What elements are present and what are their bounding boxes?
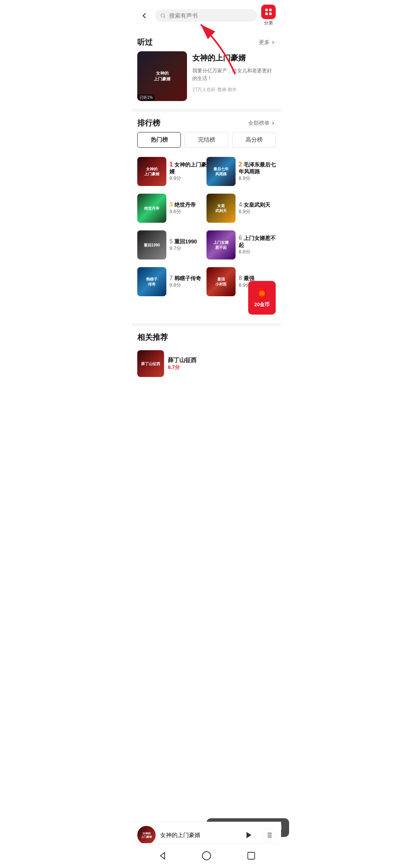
category-button[interactable]: 分类 (261, 5, 276, 26)
divider-2 (132, 323, 281, 326)
related-title: 相关推荐 (137, 332, 276, 343)
search-input[interactable] (169, 12, 252, 19)
category-icon (261, 5, 276, 19)
tab-highscore[interactable]: 高分榜 (232, 132, 276, 148)
listened-book-title: 女神的上门豪婿 (192, 53, 276, 63)
category-label: 分类 (264, 20, 273, 26)
ranking-tabs: 热门榜 完结榜 高分榜 (132, 132, 281, 153)
top-bar: 分类 (132, 0, 281, 31)
rank-cover-7: 韩瞎子传奇 (137, 267, 166, 296)
rank-info-2: 2毛泽东最后七年风雨路 8.9分 (239, 161, 276, 182)
rank-cover-3: 绝世丹帝 (137, 194, 166, 223)
rank-info-5: 5重回1990 9.7分 (169, 238, 206, 252)
svg-line-1 (164, 16, 165, 18)
ranking-item-4[interactable]: 女皇武则天 4女皇武则天 8.9分 (206, 190, 276, 227)
ranking-more-link[interactable]: 全部榜单 (248, 120, 276, 127)
tab-hot[interactable]: 热门榜 (137, 132, 181, 148)
rank-info-6: 6上门女婿惹不起 8.8分 (239, 235, 276, 255)
tab-finished[interactable]: 完结榜 (185, 132, 228, 148)
listened-book-info: 女神的上门豪婿 我要分亿万家产，给女儿和老婆更好的生活！ 27万人在听·赘婿·都… (192, 51, 276, 101)
svg-rect-5 (269, 13, 272, 15)
related-cover-1: 薛丁山征西 (137, 350, 164, 377)
rank-info-7: 7韩瞎子传奇 9.6分 (169, 275, 206, 289)
rank-cover-1: 女神的上门豪婿 (137, 157, 166, 186)
ranking-grid: 女神的上门豪婿 1女神的上门豪婿 9.9分 最后七年风雨路 2毛泽东最后七年风雨… (132, 153, 281, 300)
red-envelope[interactable]: 🧧 20金币 (248, 281, 276, 315)
related-item-1[interactable]: 薛丁山征西 薛丁山征西 8.7分 (137, 347, 276, 380)
rank-cover-4: 女皇武则天 (206, 194, 236, 223)
divider-1 (132, 109, 281, 112)
rank-info-1: 1女神的上门豪婿 9.9分 (169, 161, 206, 182)
svg-rect-4 (265, 13, 268, 15)
back-button[interactable] (137, 9, 151, 23)
rank-cover-5: 重回1990 (137, 230, 166, 259)
listened-book-card[interactable]: 女神的上门豪婿 已听1% 女神的上门豪婿 我要分亿万家产，给女儿和老婆更好的生活… (137, 51, 276, 101)
listened-title: 听过 (137, 37, 153, 47)
listened-book-meta: 27万人在听·赘婿·都市 (192, 86, 276, 93)
ranking-item-5[interactable]: 重回1990 5重回1990 9.7分 (137, 227, 206, 263)
listened-book-cover: 女神的上门豪婿 已听1% (137, 51, 187, 101)
svg-rect-2 (265, 9, 268, 11)
rank-cover-6: 上门女婿惹不起 (206, 230, 236, 259)
ranking-item-6[interactable]: 上门女婿惹不起 6上门女婿惹不起 8.8分 (206, 227, 276, 263)
listened-section-header: 听过 更多 (132, 31, 281, 51)
related-info-1: 薛丁山征西 8.7分 (168, 357, 276, 371)
rank-cover-2: 最后七年风雨路 (206, 157, 236, 186)
listened-book-desc: 我要分亿万家产，给女儿和老婆更好的生活！ (192, 67, 276, 82)
search-box[interactable] (155, 9, 257, 22)
rank-info-4: 4女皇武则天 8.9分 (239, 201, 276, 215)
ranking-title: 排行榜 (137, 118, 160, 128)
ranking-section-header: 排行榜 全部榜单 (132, 112, 281, 132)
svg-rect-3 (269, 9, 272, 11)
rank-cover-8: 最强小村医 (206, 267, 236, 296)
related-section: 相关推荐 薛丁山征西 薛丁山征西 8.7分 (132, 326, 281, 383)
progress-badge: 已听1% (137, 94, 155, 101)
rank-info-3: 3绝世丹帝 9.6分 (169, 201, 206, 215)
ranking-item-7[interactable]: 韩瞎子传奇 7韩瞎子传奇 9.6分 (137, 263, 206, 300)
ranking-item-2[interactable]: 最后七年风雨路 2毛泽东最后七年风雨路 8.9分 (206, 153, 276, 190)
ranking-item-3[interactable]: 绝世丹帝 3绝世丹帝 9.6分 (137, 190, 206, 227)
ranking-item-1[interactable]: 女神的上门豪婿 1女神的上门豪婿 9.9分 (137, 153, 206, 190)
listened-more-link[interactable]: 更多 (259, 39, 276, 46)
